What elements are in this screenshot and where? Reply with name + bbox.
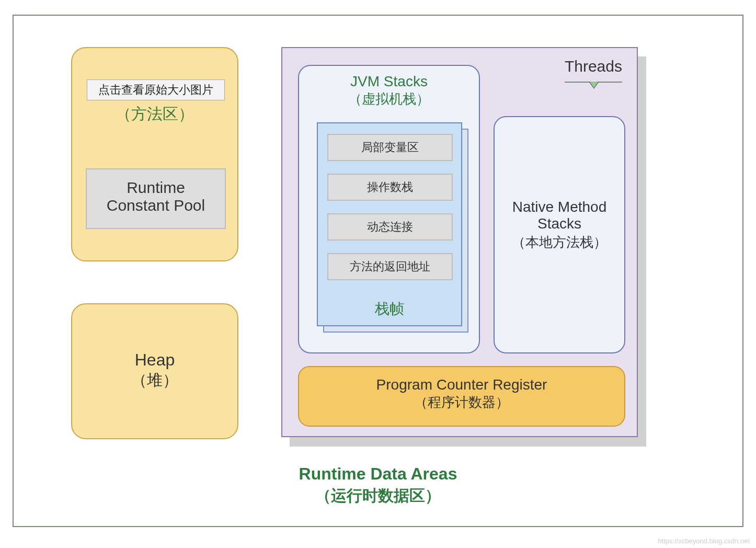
constant-pool-line1: Runtime [87,179,225,197]
native-method-stacks-box: Native Method Stacks （本地方法栈） [494,116,625,353]
stack-frame-label: 栈帧 [318,299,461,319]
heap-title: Heap [72,350,237,370]
method-area-subtitle: （方法区） [72,104,237,125]
constant-pool-line2: Constant Pool [87,197,225,214]
threads-box: Threads JVM Stacks （虚拟机栈） 局部变量区 操作数栈 动态连… [281,47,638,437]
method-area-box: 点击查看原始大小图片 （方法区） Runtime Constant Pool [71,47,238,261]
heap-box: Heap （堆） [71,303,238,439]
frame-slot-local-vars: 局部变量区 [327,134,453,161]
pc-register-title: Program Counter Register [299,376,624,393]
frame-slot-dynamic-link: 动态连接 [327,213,453,241]
program-counter-register-box: Program Counter Register （程序计数器） [298,366,625,427]
runtime-data-areas-container: 点击查看原始大小图片 （方法区） Runtime Constant Pool H… [13,15,743,527]
frame-slot-operand-stack: 操作数栈 [327,174,453,201]
runtime-constant-pool-box: Runtime Constant Pool [86,168,226,229]
stack-frame-box: 局部变量区 操作数栈 动态连接 方法的返回地址 栈帧 [317,122,462,326]
diagram-title: Runtime Data Areas [14,464,742,484]
native-stacks-subtitle: （本地方法栈） [495,233,624,252]
native-stacks-line1: Native Method [495,199,624,215]
diagram-subtitle: （运行时数据区） [14,485,742,507]
jvm-stacks-title: JVM Stacks [299,73,479,90]
pc-register-subtitle: （程序计数器） [299,393,624,412]
threads-indicator-icon [565,78,622,88]
heap-subtitle: （堆） [72,370,237,391]
jvm-stacks-box: JVM Stacks （虚拟机栈） 局部变量区 操作数栈 动态连接 方法的返回地… [298,65,480,353]
jvm-stacks-subtitle: （虚拟机栈） [299,90,479,108]
watermark-text: https://xcbeyond.blog.csdn.net [658,537,750,545]
frame-slot-return-addr: 方法的返回地址 [327,253,453,280]
threads-label: Threads [565,58,622,75]
image-tooltip: 点击查看原始大小图片 [87,79,225,100]
native-stacks-line2: Stacks [495,215,624,232]
